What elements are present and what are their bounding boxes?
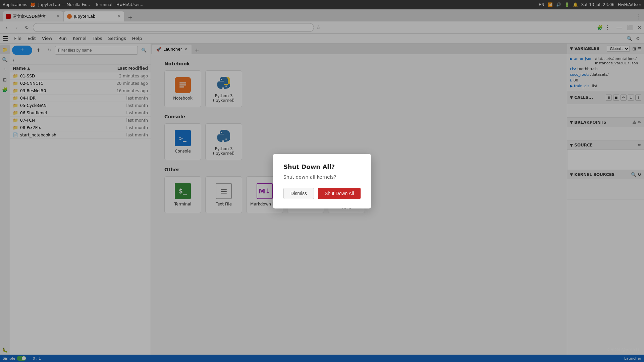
modal-dialog: Shut Down All? Shut down all kernels? Di… bbox=[273, 154, 371, 208]
shutdown-all-button[interactable]: Shut Down All bbox=[318, 188, 361, 199]
modal-title: Shut Down All? bbox=[283, 163, 361, 170]
modal-buttons: Dismiss Shut Down All bbox=[283, 188, 361, 199]
modal-message: Shut down all kernels? bbox=[283, 174, 361, 180]
dismiss-button[interactable]: Dismiss bbox=[283, 188, 314, 199]
modal-overlay[interactable]: Shut Down All? Shut down all kernels? Di… bbox=[0, 0, 644, 362]
